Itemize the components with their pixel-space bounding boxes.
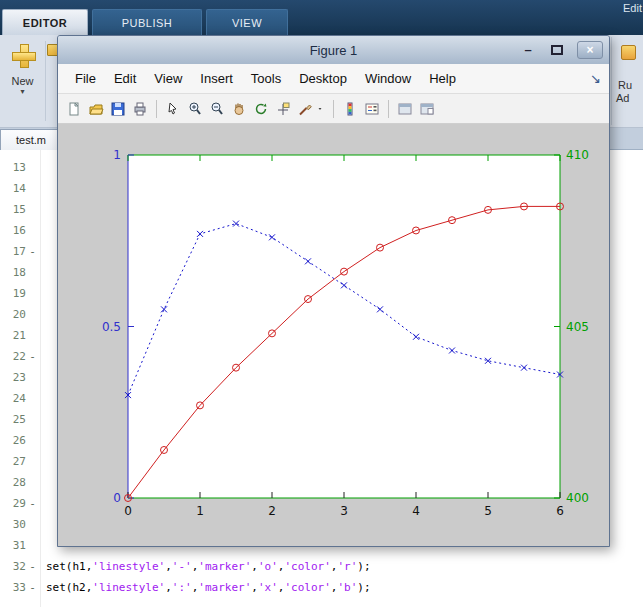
- edit-plot-icon[interactable]: [163, 99, 183, 119]
- svg-text:6: 6: [556, 504, 564, 518]
- svg-text:0.5: 0.5: [102, 320, 121, 334]
- line-number: 23: [0, 371, 26, 384]
- pan-icon[interactable]: [229, 99, 249, 119]
- toolbar-separator: [156, 100, 157, 118]
- gutter-line: 26: [0, 430, 40, 451]
- gutter-line: 19: [0, 283, 40, 304]
- gutter-line: 14: [0, 178, 40, 199]
- new-script-button[interactable]: New ▾: [2, 39, 43, 123]
- menu-edit[interactable]: Edit: [105, 68, 145, 89]
- figure-window: Figure 1 – × FileEditViewInsertToolsDesk…: [57, 35, 610, 547]
- gutter-line: 31: [0, 535, 40, 556]
- chevron-down-icon: ▾: [20, 89, 24, 95]
- line-number: 14: [0, 182, 26, 195]
- gutter-line: 23: [0, 367, 40, 388]
- gutter-line: 24: [0, 388, 40, 409]
- code-token: ,: [251, 560, 258, 573]
- code-token: 'x': [258, 581, 278, 594]
- gutter-line: 28: [0, 472, 40, 493]
- code-token: 'o': [258, 560, 278, 573]
- code-token: '-': [172, 560, 192, 573]
- ribbon-tab-bar: EDITOR PUBLISH VIEW Edit: [0, 0, 643, 35]
- zoom-out-icon[interactable]: [207, 99, 227, 119]
- svg-text:2: 2: [268, 504, 276, 518]
- tab-editor[interactable]: EDITOR: [2, 9, 88, 35]
- line-number: 20: [0, 308, 26, 321]
- code-token: ,: [331, 581, 338, 594]
- hide-plot-tools-icon[interactable]: [395, 99, 415, 119]
- code-token: );: [357, 560, 370, 573]
- menu-insert[interactable]: Insert: [191, 68, 242, 89]
- line-number: 30: [0, 518, 26, 531]
- rotate-3d-icon[interactable]: [251, 99, 271, 119]
- code-line-32[interactable]: set(h1,'linestyle','-','marker','o','col…: [46, 556, 371, 577]
- code-token: 'color': [284, 581, 330, 594]
- line-number: 16: [0, 224, 26, 237]
- code-token: 'marker': [198, 581, 251, 594]
- line-number: 13: [0, 161, 26, 174]
- brush-caret-icon[interactable]: [317, 99, 327, 119]
- code-token: ,: [278, 560, 285, 573]
- run-section-icon[interactable]: [621, 45, 636, 60]
- gutter-line: 27: [0, 451, 40, 472]
- insert-legend-icon[interactable]: [362, 99, 382, 119]
- breakpoint-dash[interactable]: -: [26, 497, 39, 510]
- code-token: ,: [331, 560, 338, 573]
- insert-colorbar-icon[interactable]: [340, 99, 360, 119]
- breakpoint-dash[interactable]: -: [26, 581, 39, 594]
- dock-figure-icon[interactable]: ↘: [590, 71, 601, 86]
- tab-view[interactable]: VIEW: [206, 9, 288, 35]
- new-button-label: New: [11, 75, 33, 87]
- show-plot-tools-icon[interactable]: [417, 99, 437, 119]
- svg-text:405: 405: [566, 320, 589, 334]
- zoom-in-icon[interactable]: [185, 99, 205, 119]
- gutter-line: 29-: [0, 493, 40, 514]
- breakpoint-dash[interactable]: -: [26, 245, 39, 258]
- line-number: 26: [0, 434, 26, 447]
- plot-axes[interactable]: 012345600.51400405410: [58, 124, 609, 546]
- menu-tools[interactable]: Tools: [242, 68, 290, 89]
- open-file-icon[interactable]: [86, 99, 106, 119]
- ribbon-separator: [45, 41, 46, 121]
- menu-file[interactable]: File: [66, 68, 105, 89]
- code-token: ,: [192, 560, 199, 573]
- menu-help[interactable]: Help: [420, 68, 465, 89]
- code-token: ,: [192, 581, 199, 594]
- new-figure-icon[interactable]: [64, 99, 84, 119]
- line-number: 15: [0, 203, 26, 216]
- svg-text:1: 1: [196, 504, 204, 518]
- menu-window[interactable]: Window: [356, 68, 420, 89]
- breakpoint-dash[interactable]: -: [26, 350, 39, 363]
- svg-text:3: 3: [340, 504, 348, 518]
- line-number: 18: [0, 266, 26, 279]
- data-cursor-icon[interactable]: [273, 99, 293, 119]
- brush-icon[interactable]: [295, 99, 315, 119]
- save-figure-icon[interactable]: [108, 99, 128, 119]
- close-button[interactable]: ×: [577, 41, 603, 59]
- code-token: ,: [278, 581, 285, 594]
- gutter-line: 13: [0, 157, 40, 178]
- menu-view[interactable]: View: [145, 68, 191, 89]
- gutter-line: 22-: [0, 346, 40, 367]
- line-number: 31: [0, 539, 26, 552]
- line-number: 17: [0, 245, 26, 258]
- tab-publish[interactable]: PUBLISH: [92, 9, 202, 35]
- gutter-line: 15: [0, 199, 40, 220]
- menu-desktop[interactable]: Desktop: [290, 68, 356, 89]
- minimize-button[interactable]: –: [519, 45, 537, 55]
- code-token: 'marker': [198, 560, 251, 573]
- print-figure-icon[interactable]: [130, 99, 150, 119]
- figure-toolbar: [58, 94, 609, 124]
- line-number: 25: [0, 413, 26, 426]
- figure-menubar: FileEditViewInsertToolsDesktopWindowHelp…: [58, 64, 609, 94]
- code-line-33[interactable]: set(h2,'linestyle',':','marker','x','col…: [46, 577, 371, 598]
- svg-text:0: 0: [124, 504, 132, 518]
- code-token: 'linestyle': [92, 560, 165, 573]
- breakpoint-dash[interactable]: -: [26, 560, 39, 573]
- matlab-desktop: EDITOR PUBLISH VIEW Edit New ▾ Ru Ad tes…: [0, 0, 643, 607]
- svg-text:5: 5: [484, 504, 492, 518]
- line-number: 19: [0, 287, 26, 300]
- maximize-button[interactable]: [551, 45, 563, 55]
- ribbon-separator: [611, 37, 612, 125]
- figure-titlebar[interactable]: Figure 1 – ×: [58, 36, 609, 64]
